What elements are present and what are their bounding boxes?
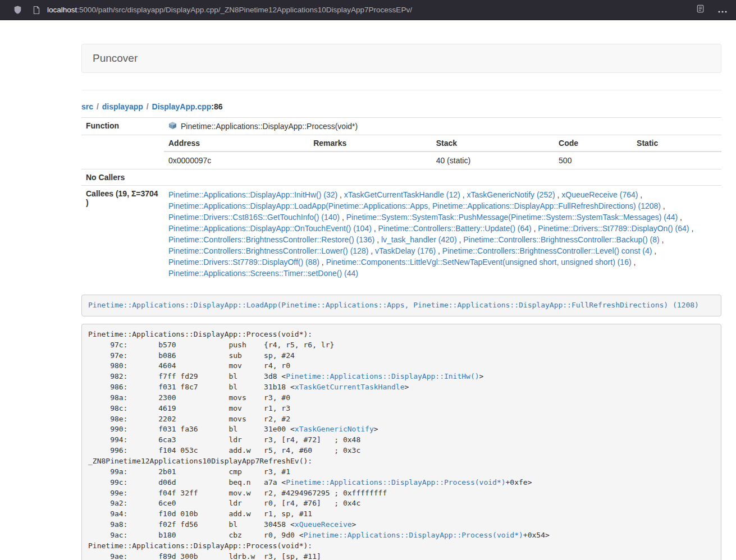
url-host: localhost [47, 6, 77, 14]
callee-link[interactable]: xTaskGenericNotify (252) [467, 190, 555, 199]
address-value: 0x0000097c [164, 152, 309, 169]
breadcrumb-link-displayapp[interactable]: displayapp [102, 102, 143, 111]
disasm-symbol-link[interactable]: Pinetime::Applications::DisplayApp::Proc… [286, 478, 505, 486]
header-divider [81, 90, 721, 90]
breadcrumb-link-file[interactable]: DisplayApp.cpp [152, 102, 212, 111]
static-value [632, 152, 721, 169]
reader-view-icon[interactable] [696, 4, 705, 15]
code-value: 500 [554, 152, 632, 169]
callee-link[interactable]: Pinetime::Drivers::St7789::DisplayOn() (… [538, 224, 689, 233]
column-header-address: Address [164, 135, 309, 152]
callee-link[interactable]: Pinetime::Applications::DisplayApp::OnTo… [168, 224, 372, 233]
callee-link[interactable]: vTaskDelay (176) [375, 246, 436, 255]
tracking-protection-shield-icon[interactable] [13, 5, 22, 15]
disasm-symbol-link[interactable]: xTaskGenericNotify [295, 425, 374, 433]
callee-link[interactable]: Pinetime::Controllers::Battery::Update()… [378, 224, 532, 233]
puncover-brand[interactable]: Puncover [93, 52, 138, 65]
stack-value: 40 (static) [432, 152, 554, 169]
metrics-header-row: Address Remarks Stack Code Static [164, 135, 721, 152]
disassembly-code: Pinetime::Applications::DisplayApp::Proc… [81, 324, 721, 560]
url-path: :5000/path/src/displayapp/DisplayApp.cpp… [77, 6, 412, 14]
breadcrumb-link-src[interactable]: src [81, 102, 93, 111]
callee-link[interactable]: Pinetime::Controllers::BrightnessControl… [168, 246, 368, 255]
overflow-menu-icon[interactable] [718, 5, 727, 15]
symbol-info-table: Function Pinetime::Applications::Display… [81, 117, 721, 282]
breadcrumb-line-number: :86 [211, 102, 222, 111]
callee-link[interactable]: Pinetime::Drivers::Cst816S::GetTouchInfo… [168, 213, 340, 222]
app-header: Puncover [81, 44, 721, 73]
callee-link[interactable]: Pinetime::System::SystemTask::PushMessag… [346, 213, 678, 222]
page-info-icon[interactable] [33, 6, 40, 14]
function-cube-icon [168, 121, 177, 131]
metrics-row: Address Remarks Stack Code Static 0x0000… [81, 135, 721, 169]
column-header-remarks: Remarks [309, 135, 431, 152]
callee-link[interactable]: xTaskGetCurrentTaskHandle (12) [344, 190, 460, 199]
callees-row: Callees (19, Σ=3704 ) Pinetime::Applicat… [81, 186, 721, 283]
callee-link[interactable]: Pinetime::Applications::Screens::Timer::… [168, 269, 358, 278]
callees-list: Pinetime::Applications::DisplayApp::Init… [164, 186, 721, 283]
browser-toolbar: localhost:5000/path/src/displayapp/Displ… [0, 0, 736, 20]
address-bar[interactable]: localhost:5000/path/src/displayapp/Displ… [47, 6, 696, 14]
breadcrumb-separator: / [95, 102, 100, 111]
breadcrumb-separator: / [145, 102, 150, 111]
metrics-value-row: 0x0000097c 40 (static) 500 [164, 152, 721, 169]
callees-label: Callees (19, Σ=3704 ) [81, 186, 164, 283]
column-header-static: Static [632, 135, 721, 152]
snippet-header-box: Pinetime::Applications::DisplayApp::Load… [81, 295, 721, 316]
callee-link[interactable]: Pinetime::Components::LittleVgl::SetNewT… [326, 258, 632, 267]
callee-link[interactable]: xQueueReceive (764) [561, 190, 638, 199]
disasm-symbol-link[interactable]: xTaskGetCurrentTaskHandle [295, 383, 405, 391]
callee-link[interactable]: Pinetime::Controllers::BrightnessControl… [442, 246, 652, 255]
no-callers-row: No Callers [81, 169, 721, 186]
breadcrumb: src / displayapp / DisplayApp.cpp:86 [81, 102, 721, 111]
snippet-symbol-link[interactable]: Pinetime::Applications::DisplayApp::Load… [88, 301, 699, 309]
disasm-symbol-link[interactable]: xQueueReceive [295, 520, 352, 529]
remarks-value [309, 152, 431, 169]
no-callers-label: No Callers [81, 169, 164, 186]
page-container: Puncover src / displayapp / DisplayApp.c… [81, 44, 721, 560]
callee-link[interactable]: Pinetime::Controllers::BrightnessControl… [463, 235, 659, 244]
disasm-symbol-link[interactable]: Pinetime::Applications::DisplayApp::Proc… [304, 531, 523, 539]
callee-link[interactable]: Pinetime::Drivers::St7789::DisplayOff() … [168, 258, 319, 267]
column-header-stack: Stack [432, 135, 554, 152]
column-header-code: Code [554, 135, 632, 152]
callee-link[interactable]: Pinetime::Applications::DisplayApp::Load… [168, 201, 661, 210]
callee-link[interactable]: lv_task_handler (420) [381, 235, 457, 244]
function-row: Function Pinetime::Applications::Display… [81, 118, 721, 135]
disasm-symbol-link[interactable]: Pinetime::Applications::DisplayApp::Init… [286, 372, 479, 380]
function-signature: Pinetime::Applications::DisplayApp::Proc… [181, 122, 358, 131]
callee-link[interactable]: Pinetime::Applications::DisplayApp::Init… [168, 190, 337, 199]
metrics-table: Address Remarks Stack Code Static 0x0000… [164, 135, 721, 169]
callee-link[interactable]: Pinetime::Controllers::BrightnessControl… [168, 235, 374, 244]
function-row-label: Function [81, 118, 164, 135]
